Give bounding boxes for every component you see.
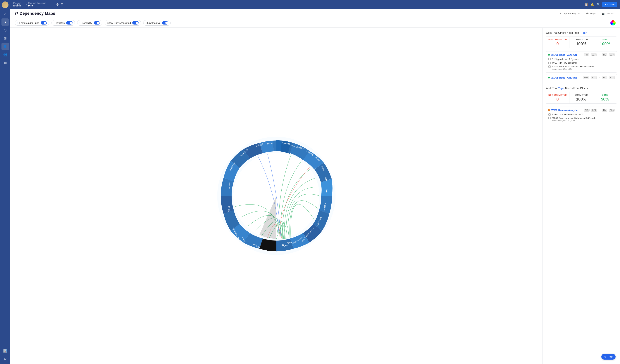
dep-sprint-3-s26: S26 (591, 109, 597, 112)
sidebar-item-favorites[interactable]: ★ (1, 18, 9, 26)
help-icon: ⚙ (604, 355, 606, 358)
segment-label-tiger[interactable]: Tiger (282, 244, 288, 247)
help-button[interactable]: ⚙ Help (601, 354, 616, 360)
section2-entity-link[interactable]: Tiger (558, 87, 564, 90)
sidebar-item-team[interactable]: 👥 (1, 51, 9, 58)
dep-tag-1-tig: TIG (602, 53, 607, 56)
sidebar-item-board[interactable]: ▦ (1, 59, 9, 66)
dep-dot-1 (548, 54, 550, 56)
dep-checkbox-1-1[interactable] (548, 58, 551, 60)
dep-checkbox-1-2[interactable] (548, 62, 551, 64)
sidebar-item-analytics[interactable]: ⬡ (1, 27, 9, 34)
feature-filter[interactable]: › Feature (Jira Epic) (15, 20, 49, 26)
avatar[interactable] (2, 1, 8, 8)
sidebar-item-reports[interactable]: 📊 (1, 347, 9, 354)
capability-filter[interactable]: › Capability (77, 20, 102, 26)
dep-arrow-2: → (598, 76, 600, 79)
dep-title-2[interactable]: 2.1 Upgrade - GNG pa: (551, 76, 581, 79)
capture-button[interactable]: 📷 Capture (600, 11, 616, 16)
capability-toggle[interactable] (94, 21, 100, 25)
dep-sub-item-1-1: 2.1 Upgrade for L1 Systems (548, 57, 615, 61)
dependency-item-3: WAX: Remove Analytic: TIG S26 → LIV S26 … (546, 106, 617, 124)
sidebar-item-settings[interactable]: ⚙ (1, 355, 9, 363)
dep-dot-2 (548, 77, 550, 78)
page-title: ⇄ Dependency Maps (15, 11, 55, 16)
section1-entity-link[interactable]: Tiger (580, 31, 587, 34)
maps-button[interactable]: 🗺 Maps (585, 11, 597, 16)
stats-grid-1: NOT COMMITTED 0 COMMITTED 100% DONE 100% (546, 36, 617, 48)
dep-item-3-header: WAX: Remove Analytic: TIG S26 → LIV S26 (548, 109, 615, 112)
dep-title-3[interactable]: WAX: Remove Analytic: (551, 109, 583, 112)
dep-checkbox-1-3[interactable] (548, 65, 551, 68)
sidebar: ⌂ ★ ⬡ ⊞ 👤 👥 ▦ 📊 ⚙ (0, 0, 10, 364)
dep-tag-2-bus: BUS (583, 76, 589, 79)
content-area: Tiger Astro Meteors Crocs Automation Gro… (10, 28, 620, 364)
chord-diagram-area[interactable]: Tiger Astro Meteors Crocs Automation Gro… (10, 28, 542, 364)
sidebar-item-home[interactable]: ⌂ (1, 10, 9, 18)
dep-sprint-2-s23b: S23 (609, 76, 615, 79)
dependency-maps-icon: ⇄ (15, 11, 18, 16)
bell-icon[interactable]: 🔔 (590, 3, 594, 6)
dep-sub-item-3-1: Tools - License Generator - AC5 (548, 113, 615, 116)
program-chevron-icon: › (24, 3, 28, 6)
filter-bar: › Feature (Jira Epic) › Initiative › Cap… (10, 18, 620, 28)
show-only-associated-toggle[interactable] (132, 21, 139, 25)
initiative-filter[interactable]: › Initiative (51, 20, 75, 26)
panel-divider (546, 84, 617, 87)
gear-icon[interactable]: ⚙ (61, 2, 63, 6)
list-icon: ≡ (560, 12, 561, 15)
feature-toggle[interactable] (41, 21, 47, 25)
initiative-toggle[interactable] (66, 21, 73, 25)
page-header: ⇄ Dependency Maps ≡ Dependency List 🗺 Ma… (10, 9, 620, 18)
show-only-associated-filter[interactable]: Show Only Associated (105, 20, 141, 26)
search-icon[interactable]: 🔍 (596, 3, 600, 6)
initiative-arrow-icon: › (54, 22, 55, 24)
program-label: Program Mobile (13, 2, 21, 7)
dep-tag-3-liv: LIV (602, 109, 607, 112)
segment-label-mobile[interactable]: Mobile (228, 206, 230, 212)
dependency-item-1: 2.1 Upgrade - Auto GN PRI S23 → TIG S23 … (546, 51, 617, 73)
sidebar-item-hierarchy[interactable]: ⊞ (1, 35, 9, 42)
maps-icon: 🗺 (586, 12, 589, 15)
dep-sub-item-1-2: WAX: Run POC scenarios (548, 61, 615, 65)
stat-done-2: DONE 50% (593, 92, 617, 104)
dep-tag-3-tig: TIG (584, 109, 589, 112)
dep-checkbox-3-1[interactable] (548, 113, 551, 116)
dep-sub-3: Tools - License Generator - AC5 21060: T… (548, 113, 615, 122)
sidebar-item-users[interactable]: 👤 (1, 43, 9, 50)
stat-not-committed-2: NOT COMMITTED 0 (546, 92, 569, 104)
dep-checkbox-3-2[interactable] (548, 117, 551, 119)
show-inactive-toggle[interactable] (162, 21, 168, 25)
segment-label-beta[interactable]: Beta (326, 189, 328, 193)
dep-sprint-3-s26b: S26 (609, 109, 615, 112)
dep-sprint-1-s23: S23 (591, 53, 597, 56)
color-wheel-icon[interactable] (610, 20, 616, 25)
qi-section: Quarterly Increment PI-5 (28, 2, 49, 7)
dep-dot-3 (548, 109, 550, 111)
clipboard-icon[interactable]: 📋 (585, 3, 588, 6)
create-button[interactable]: + Create (602, 2, 617, 7)
stat-done-1: DONE 100% (593, 37, 617, 48)
main-content: Program Mobile › Quarterly Increment PI-… (10, 0, 620, 364)
add-icon[interactable]: ✛ (56, 2, 59, 7)
stat-not-committed-1: NOT COMMITTED 0 (546, 37, 569, 48)
topnav-icons: ✛ ⚙ (53, 2, 66, 7)
dep-sprint-2-s23: S23 (591, 76, 597, 79)
panel-section1-title: Work That Others Need From Tiger (546, 31, 617, 34)
topnav-actions: 📋 🔔 🔍 + Create (585, 2, 617, 7)
panel-section2-title: Work That Tiger Needs From Others (546, 87, 617, 90)
segment-label-houston[interactable]: Houston (228, 182, 230, 190)
capability-arrow-icon: › (79, 22, 80, 24)
dependency-list-button[interactable]: ≡ Dependency List (558, 11, 582, 16)
stat-committed-1: COMMITTED 100% (569, 37, 593, 48)
topnav: Program Mobile › Quarterly Increment PI-… (10, 0, 620, 9)
dependency-item-2: 2.1 Upgrade - GNG pa: BUS S23 → TIG S23 (546, 74, 617, 82)
dep-tag-1-pri: PRI (584, 53, 589, 56)
dep-sub-item-1-3: 10347: WAX: Build and Test Business Rela… (548, 65, 615, 71)
dep-item-1-header: 2.1 Upgrade - Auto GN PRI S23 → TIG S23 (548, 53, 615, 56)
dep-title-1[interactable]: 2.1 Upgrade - Auto GN (551, 53, 582, 56)
show-inactive-filter[interactable]: Show Inactive (143, 20, 171, 26)
page: ⇄ Dependency Maps ≡ Dependency List 🗺 Ma… (10, 9, 620, 364)
qi-chevron-icon: › (49, 3, 53, 6)
chord-diagram[interactable]: Tiger Astro Meteors Crocs Automation Gro… (214, 133, 339, 258)
